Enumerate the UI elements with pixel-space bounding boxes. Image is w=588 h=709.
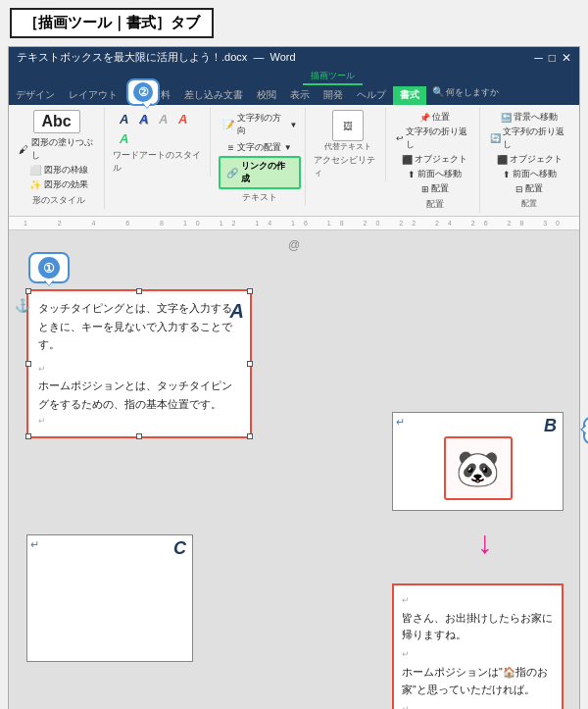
callout-2: ② xyxy=(126,78,160,106)
drawing-tools-label: 描画ツール xyxy=(303,69,363,85)
wordart-item-4[interactable]: A xyxy=(174,110,192,127)
word-window: テキストボックスを最大限に活用しよう！.docx — Word ─ □ ✕ 描画… xyxy=(8,46,580,709)
text-direction-btn[interactable]: 📝 文字列の方向 ▼ xyxy=(219,110,301,139)
wordart-item-3[interactable]: A xyxy=(155,110,172,127)
obj2-btn[interactable]: ⬛ オブジェクト xyxy=(495,152,564,167)
fill-icon: 🖌 xyxy=(19,144,28,155)
resize-handle-tr[interactable] xyxy=(247,288,253,294)
wrap-label: 文字列の折り返し xyxy=(406,126,472,151)
link-create-btn[interactable]: 🔗 リンクの作成 xyxy=(219,156,301,189)
tab-review[interactable]: 校閲 xyxy=(250,86,283,105)
bg-btn[interactable]: 🔙 背景へ移動 xyxy=(499,110,560,125)
front2-label: 前面へ移動 xyxy=(513,168,557,180)
shape-outline-btn[interactable]: ⬜ 図形の枠線 xyxy=(27,163,90,177)
abc-textbox-btn[interactable]: Abc xyxy=(33,110,80,133)
accessibility-label: アクセシビリティ xyxy=(314,152,381,179)
position-btn[interactable]: 📌 位置 xyxy=(417,110,452,125)
fill-label: 図形の塗りつぶし xyxy=(31,136,98,162)
search-box[interactable]: 何をしますか xyxy=(446,86,499,105)
object-label: オブジェクト xyxy=(415,153,467,166)
textbox-c-label: C xyxy=(173,538,186,559)
outline-icon: ⬜ xyxy=(29,165,41,176)
text-direction-icon: 📝 xyxy=(222,120,234,130)
textbox-a[interactable]: ⚓ A タッチタイピングとは、文字を入力するときに、キーを見ないで入力することで… xyxy=(26,289,252,438)
align2-btn[interactable]: ⊟ 配置 xyxy=(514,181,545,196)
position-label: 位置 xyxy=(432,111,450,124)
obj2-icon: ⬛ xyxy=(497,155,508,165)
obj2-label: オブジェクト xyxy=(510,153,563,166)
at-symbol: @ xyxy=(288,238,300,252)
shape-styles-label: 形のスタイル xyxy=(32,192,85,207)
align-label: 配置 xyxy=(431,182,449,195)
resize-handle-r[interactable] xyxy=(247,361,253,367)
alt-text-btn[interactable]: 🖼 xyxy=(332,110,364,141)
resize-handle-b[interactable] xyxy=(136,433,142,439)
wordart-item-5[interactable]: A xyxy=(116,129,133,147)
textbox-d-return3: ↵ xyxy=(402,702,554,709)
front-label: 前面へ移動 xyxy=(417,168,462,180)
wordart-item-1[interactable]: A xyxy=(116,110,133,127)
resize-handle-l[interactable] xyxy=(25,361,31,367)
tab-layout[interactable]: レイアウト xyxy=(62,86,124,105)
pink-arrow: ↓ xyxy=(477,525,493,561)
tab-help[interactable]: ヘルプ xyxy=(350,86,393,105)
anchor-icon-c: ↵ xyxy=(30,538,39,551)
object-btn[interactable]: ⬛ オブジェクト xyxy=(400,152,469,167)
title-text: ［描画ツール｜書式］タブ xyxy=(24,14,200,30)
link-label: リンクの作成 xyxy=(241,160,293,185)
chevron-down-icon-2: ▼ xyxy=(284,143,292,152)
text-section: 📝 文字列の方向 ▼ ≡ 文字の配置 ▼ 🔗 リンクの作成 テキスト xyxy=(215,108,306,206)
textbox-d[interactable]: ↵ 皆さん、お出掛けしたらお家に帰りますね。 ↵ ホームポジションは"🏠指のお家… xyxy=(392,583,564,709)
fold-icon: 🔄 xyxy=(490,133,501,143)
front-btn[interactable]: ⬆ 前面へ移動 xyxy=(406,167,464,181)
accessibility-section: 🖼 代替テキスト アクセシビリティ xyxy=(310,108,386,181)
bg-icon: 🔙 xyxy=(501,113,512,123)
wordart-label: ワードアートのスタイル xyxy=(113,147,206,175)
object-icon: ⬛ xyxy=(402,155,413,165)
outline-label: 図形の枠線 xyxy=(44,164,88,177)
minimize-icon[interactable]: ─ xyxy=(534,51,543,65)
resize-handle-bl[interactable] xyxy=(25,433,31,439)
tab-format[interactable]: 書式 xyxy=(393,86,426,105)
textbox-b[interactable]: ↵ B ③ 🐼 xyxy=(392,412,564,511)
textbox-d-return2: ↵ xyxy=(402,647,554,662)
ribbon-toolbar: Abc 🖌 図形の塗りつぶし ⬜ 図形の枠線 ✨ 図形の効果 形のスタイル ② … xyxy=(9,105,579,217)
textbox-c[interactable]: ↵ C xyxy=(26,534,193,662)
shape-fill-btn[interactable]: 🖌 図形の塗りつぶし xyxy=(17,135,100,163)
callout-1: ① xyxy=(28,252,70,283)
close-icon[interactable]: ✕ xyxy=(562,51,571,65)
tab-developer[interactable]: 開発 xyxy=(317,86,350,105)
wrap-text-btn[interactable]: ↩ 文字列の折り返し xyxy=(394,125,474,152)
tab-mailings[interactable]: 差し込み文書 xyxy=(177,86,250,105)
fold-btn[interactable]: 🔄 文字列の折り返し xyxy=(488,125,571,152)
tab-view[interactable]: 表示 xyxy=(283,86,317,105)
resize-handle-br[interactable] xyxy=(247,433,253,439)
drawing-tools-bar: 描画ツール xyxy=(9,68,579,86)
text-align-btn[interactable]: ≡ 文字の配置 ▼ xyxy=(224,139,296,156)
textbox-a-text2: ホームポジションとは、タッチタイピングをするための、指の基本位置です。 xyxy=(38,377,240,413)
align2-icon: ⊟ xyxy=(515,184,523,194)
back-arrange-section: 🔙 背景へ移動 🔄 文字列の折り返し ⬛ オブジェクト ⬆ 前面へ移動 ⊟ 配置… xyxy=(484,108,575,211)
textbox-a-return1: ↵ xyxy=(38,362,240,377)
wordart-styles-grid: A A A A A xyxy=(116,110,204,147)
front2-btn[interactable]: ⬆ 前面へ移動 xyxy=(501,167,559,181)
effect-icon: ✨ xyxy=(29,179,41,190)
window-controls[interactable]: ─ □ ✕ xyxy=(534,51,571,65)
resize-handle-t[interactable] xyxy=(136,288,142,294)
wrap-icon: ↩ xyxy=(396,133,404,143)
tab-design[interactable]: デザイン xyxy=(9,86,62,105)
text-align-label: 文字の配置 xyxy=(237,141,281,154)
resize-handle-tl[interactable] xyxy=(25,288,31,294)
shape-effect-btn[interactable]: ✨ 図形の効果 xyxy=(27,177,90,192)
textbox-a-label: A xyxy=(230,294,244,328)
arrange2-label: 配置 xyxy=(521,196,537,209)
alt-text-icon-symbol: 🖼 xyxy=(343,121,353,131)
front2-icon: ⬆ xyxy=(503,170,511,179)
text-section-label: テキスト xyxy=(242,189,277,204)
ruler: 1 2 4 6 8 10 12 14 16 18 20 22 24 26 28 … xyxy=(9,217,579,230)
ribbon-tabs-row: デザイン レイアウト 参考資料 差し込み文書 校閲 表示 開発 ヘルプ 書式 🔍… xyxy=(9,86,579,105)
align-btn[interactable]: ⊞ 配置 xyxy=(419,181,451,196)
align2-label: 配置 xyxy=(525,182,543,195)
arrange-section: 📌 位置 ↩ 文字列の折り返し ⬛ オブジェクト ⬆ 前面へ移動 ⊞ 配置 配置 xyxy=(390,108,479,213)
maximize-icon[interactable]: □ xyxy=(549,51,556,65)
